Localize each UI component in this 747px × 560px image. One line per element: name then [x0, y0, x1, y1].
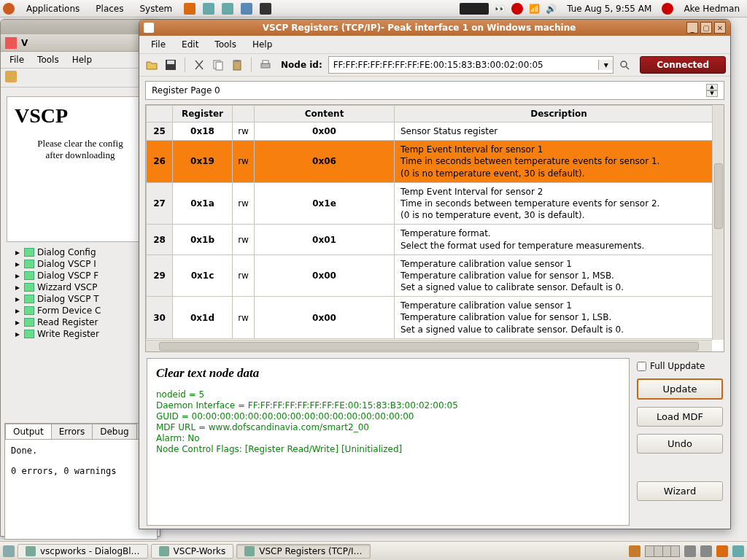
row-content[interactable]: 0x00: [255, 122, 395, 141]
register-row[interactable]: 290x1crw0x00Temperature calibration valu…: [147, 254, 724, 297]
project-tree[interactable]: ▸Dialog Config▸Dialog VSCP I▸Dialog VSCP…: [4, 246, 157, 340]
row-register[interactable]: 0x19: [173, 141, 233, 183]
row-register[interactable]: 0x1c: [173, 254, 233, 297]
trash-icon[interactable]: [629, 545, 640, 557]
tree-node[interactable]: ▸Dialog Config: [4, 246, 157, 258]
nodeid-combo[interactable]: ▾: [328, 56, 614, 74]
row-register[interactable]: 0x18: [173, 122, 233, 141]
undo-button[interactable]: Undo: [637, 434, 723, 454]
tree-node[interactable]: ▸Dialog VSCP F: [4, 270, 157, 281]
tree-node[interactable]: ▸Dialog VSCP T: [4, 293, 157, 305]
tree-node[interactable]: ▸Dialog VSCP I: [4, 258, 157, 270]
spin-up-icon[interactable]: ▲: [706, 84, 718, 90]
bgwin-menu-file[interactable]: File: [4, 53, 30, 66]
cut-button[interactable]: [191, 57, 207, 73]
register-grid[interactable]: Register Content Description 250x18rw0x0…: [145, 104, 724, 352]
volume-icon[interactable]: 🔊: [546, 4, 557, 14]
col-rw[interactable]: [233, 106, 255, 122]
terminal-icon[interactable]: [260, 3, 271, 15]
tree-node[interactable]: ▸Write Register: [4, 328, 157, 340]
row-content[interactable]: 0x00: [255, 254, 395, 297]
load-mdf-button[interactable]: Load MDF: [637, 407, 723, 427]
bgwin-titlebar[interactable]: [1, 20, 160, 34]
distributor-logo-icon[interactable]: [3, 3, 15, 15]
search-button[interactable]: [616, 57, 632, 73]
update-notifier-icon[interactable]: [511, 3, 523, 15]
nodeid-input[interactable]: [329, 60, 598, 70]
col-content[interactable]: Content: [255, 106, 395, 122]
maximize-button[interactable]: ▢: [700, 22, 712, 34]
user-switcher[interactable]: Ake Hedman: [679, 4, 744, 14]
firefox-icon[interactable]: [184, 3, 196, 15]
row-register[interactable]: 0x1a: [173, 182, 233, 225]
col-index[interactable]: [147, 106, 173, 122]
bgwin-menu-help[interactable]: Help: [66, 53, 98, 66]
quit-icon[interactable]: [662, 3, 673, 15]
eyes-applet-icon[interactable]: 👀: [495, 4, 506, 14]
connected-button[interactable]: Connected: [640, 56, 726, 74]
menu-edit[interactable]: Edit: [174, 38, 206, 51]
workspace-switcher[interactable]: [645, 545, 680, 557]
copy-button[interactable]: [210, 57, 226, 73]
taskbar-item[interactable]: VSCP Registers (TCP/I…: [236, 544, 370, 559]
open-button[interactable]: [144, 57, 160, 73]
tray-icon[interactable]: [732, 545, 744, 557]
bgwin-menu-tools[interactable]: Tools: [31, 53, 65, 66]
register-page-spin[interactable]: ▲▼: [706, 84, 718, 97]
thunderbird-icon[interactable]: [222, 3, 233, 15]
register-row[interactable]: 280x1brw0x01Temperature format.Select th…: [147, 225, 724, 254]
tray-icon[interactable]: [684, 545, 696, 557]
update-button[interactable]: Update: [637, 378, 723, 400]
tab-output[interactable]: Output: [5, 424, 52, 439]
row-content[interactable]: 0x1e: [255, 182, 395, 225]
row-content[interactable]: 0x06: [255, 141, 395, 183]
menu-file[interactable]: File: [144, 38, 173, 51]
grid-hscrollbar[interactable]: [146, 340, 712, 351]
menu-help[interactable]: Help: [245, 38, 279, 51]
tree-node[interactable]: ▸Wizzard VSCP: [4, 281, 157, 293]
firefox-tray-icon[interactable]: [716, 545, 728, 557]
full-update-checkbox[interactable]: Full Uppdate: [637, 361, 723, 371]
spin-down-icon[interactable]: ▼: [706, 90, 718, 97]
paste-button[interactable]: [229, 57, 245, 73]
applications-menu[interactable]: Applications: [22, 2, 84, 15]
clear-text-panel[interactable]: Clear text node data nodeid = 5Daemon In…: [147, 358, 630, 526]
applet-icon[interactable]: [460, 3, 489, 15]
full-update-input[interactable]: [637, 362, 646, 371]
col-description[interactable]: Description: [395, 106, 724, 122]
row-register[interactable]: 0x1d: [173, 297, 233, 339]
menu-tools[interactable]: Tools: [207, 38, 244, 51]
network-icon[interactable]: 📶: [529, 4, 540, 14]
clock[interactable]: Tue Aug 5, 9:55 AM: [562, 2, 656, 15]
tab-debug[interactable]: Debug: [92, 424, 136, 439]
evolution-icon[interactable]: [203, 3, 214, 15]
taskbar-item[interactable]: VSCP-Works: [151, 544, 234, 559]
tree-node[interactable]: ▸Form Device C: [4, 305, 157, 316]
col-register[interactable]: Register: [173, 106, 233, 122]
nodeid-dropdown-button[interactable]: ▾: [598, 60, 613, 70]
row-content[interactable]: 0x01: [255, 225, 395, 254]
register-row[interactable]: 270x1arw0x1eTemp Event Interval for sens…: [147, 182, 724, 225]
system-menu[interactable]: System: [135, 2, 177, 15]
print-button[interactable]: [258, 57, 274, 73]
show-desktop-icon[interactable]: [3, 545, 15, 557]
open-icon[interactable]: [5, 71, 17, 82]
row-register[interactable]: 0x1b: [173, 225, 233, 254]
wizard-button[interactable]: Wizard: [637, 481, 723, 501]
register-row[interactable]: 260x19rw0x06Temp Event Interval for sens…: [147, 141, 724, 183]
win-titlebar[interactable]: VSCP Registers (TCP/IP)- Peak interface …: [139, 20, 730, 36]
help-icon[interactable]: [241, 3, 252, 15]
close-button[interactable]: ✕: [714, 22, 726, 34]
minimize-button[interactable]: _: [686, 22, 698, 34]
row-content[interactable]: 0x00: [255, 297, 395, 339]
tray-icon[interactable]: [700, 545, 712, 557]
scroll-thumb[interactable]: [714, 163, 723, 229]
save-button[interactable]: [163, 57, 179, 73]
scroll-thumb[interactable]: [159, 342, 699, 351]
register-row[interactable]: 300x1drw0x00Temperature calibration valu…: [147, 297, 724, 339]
taskbar-item[interactable]: vscpworks - DialogBl…: [18, 544, 148, 559]
register-row[interactable]: 250x18rw0x00Sensor Status register: [147, 122, 724, 141]
register-page-selector[interactable]: Register Page 0 ▲▼: [145, 81, 724, 100]
tree-node[interactable]: ▸Read Register: [4, 316, 157, 328]
tab-errors[interactable]: Errors: [51, 424, 93, 439]
